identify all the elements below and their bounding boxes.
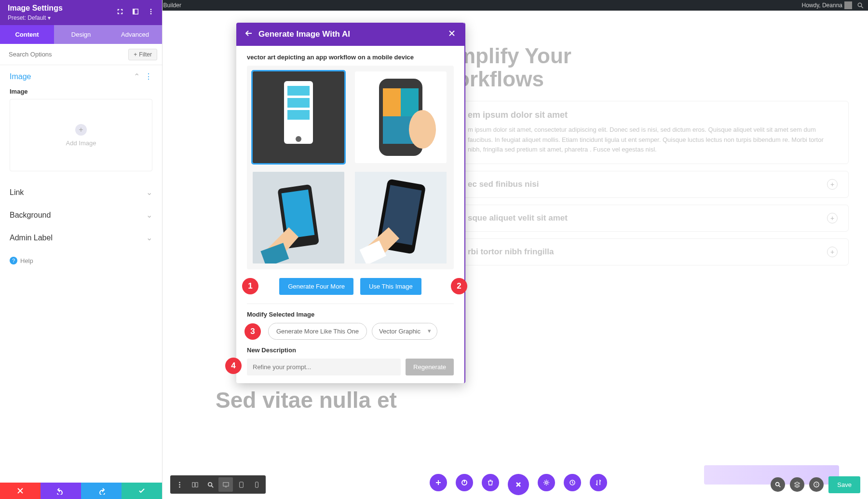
settings-panel: Image Settings Preset: Default ▾ Content…	[0, 0, 163, 11]
avatar	[844, 1, 852, 9]
svg-rect-4	[133, 9, 135, 11]
dock-icon[interactable]	[132, 8, 139, 11]
kebab-icon[interactable]	[148, 8, 154, 11]
svg-point-2	[858, 3, 862, 7]
panel-header: Image Settings Preset: Default ▾	[0, 0, 162, 11]
search-icon[interactable]	[857, 2, 864, 9]
expand-icon[interactable]	[117, 8, 123, 11]
svg-point-5	[150, 9, 152, 10]
panel-title: Image Settings	[8, 4, 63, 11]
howdy-user[interactable]: Howdy, Deanna	[802, 1, 853, 9]
